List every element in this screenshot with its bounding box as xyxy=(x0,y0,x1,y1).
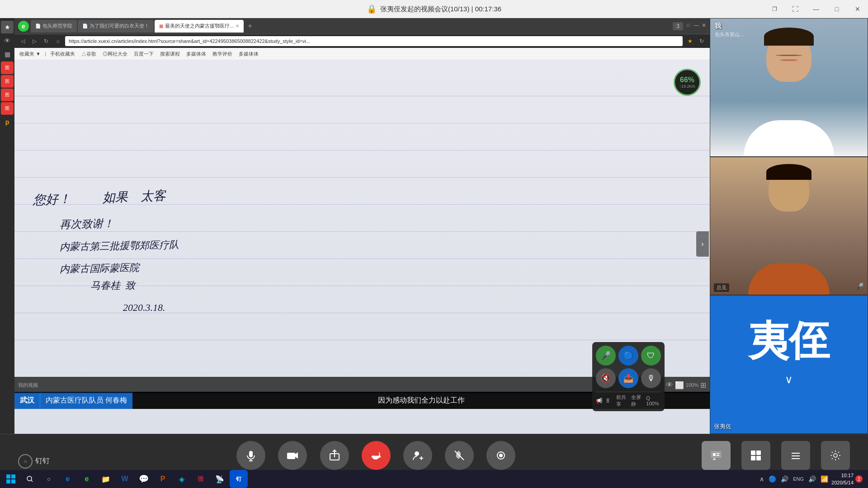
windows-logo-icon xyxy=(6,474,15,483)
left-tool-p[interactable]: p xyxy=(1,116,14,128)
tab-label-1: 包头师范学院 xyxy=(42,23,72,29)
browser-tab-1[interactable]: 📄 包头师范学院 xyxy=(31,20,77,33)
ft-share-icon[interactable]: 📤 xyxy=(618,368,638,388)
vt-icon-2[interactable]: 👁 xyxy=(666,381,673,389)
grid-icon xyxy=(741,441,770,470)
tab-close-icon[interactable]: ✕ xyxy=(236,23,239,28)
percentage-indicator: 66% ↑19.2K/s xyxy=(674,69,701,96)
ft-zoom-display: Q 100% xyxy=(646,395,661,406)
tray-network[interactable]: 📶 xyxy=(819,475,830,483)
bookmark-item-5[interactable]: 百度一下 xyxy=(132,50,156,58)
start-button[interactable] xyxy=(2,470,20,488)
news-person-name: 内蒙古医疗队队员 何春梅 xyxy=(40,392,132,409)
left-tool-img3[interactable]: 图 xyxy=(1,89,14,101)
tray-volume[interactable]: 🔊 xyxy=(807,475,817,483)
nav-home-btn[interactable]: ⌂ xyxy=(53,37,62,46)
address-input[interactable]: https://article.xuexi.cn/articles/index.… xyxy=(65,36,683,46)
browser-close-btn[interactable]: ✕ xyxy=(702,22,706,30)
tray-up-arrow[interactable]: ∧ xyxy=(758,475,765,483)
nav-star-btn[interactable]: ★ xyxy=(685,37,694,46)
browser-tab-2[interactable]: 📄 为了我们可爱的白衣天使！ xyxy=(78,20,154,33)
maximize-btn[interactable]: □ xyxy=(826,0,847,18)
left-tool-star[interactable]: ★ xyxy=(1,21,14,33)
window-controls: ❐ ⛶ — □ ✕ xyxy=(764,0,868,18)
tray-app1[interactable]: 🔵 xyxy=(767,475,778,483)
bookmark-item-8[interactable]: 教学评价 xyxy=(210,50,235,58)
taskbar-ppt-btn[interactable]: P xyxy=(154,470,172,488)
window-title: 张夷侄发起的视频会议(10/13) | 00:17:36 xyxy=(380,5,501,14)
browser-tab-3[interactable]: ▦ 最美的天使之内蒙古援鄂医疗... ✕ xyxy=(155,20,244,33)
ft-shield-icon[interactable]: 🛡 xyxy=(641,346,661,366)
left-tool-eye[interactable]: 👁 xyxy=(1,34,14,47)
vt-icon-3[interactable]: ⬜ xyxy=(675,381,684,389)
svg-rect-17 xyxy=(756,450,761,455)
dingtalk-circle-icon: ○ xyxy=(18,454,33,469)
ft-mic2-icon[interactable]: 🎙 xyxy=(641,368,661,388)
system-taskbar: ○ e e 📁 W 💬 P ◈ 微 📡 钉 ∧ 🔵 🔊 ENG 🔊 📶 10:1… xyxy=(0,470,868,488)
svg-rect-19 xyxy=(756,456,761,460)
bookmark-item-2[interactable]: 手机收藏夹 xyxy=(48,50,77,58)
svg-marker-4 xyxy=(295,452,298,459)
close-btn[interactable]: ✕ xyxy=(847,0,868,18)
vt-zoom-icon[interactable]: ⊞ xyxy=(700,381,706,389)
ft-share-screen-label: 前共享 xyxy=(616,394,628,408)
browser-bookmark-icon[interactable]: ☆ xyxy=(686,22,691,30)
participant-me-sublabel: 包头市若山... xyxy=(715,31,744,38)
nav-refresh-btn[interactable]: ↻ xyxy=(42,37,51,46)
bookmark-item-1[interactable]: 收藏夹 ▼ xyxy=(17,50,43,58)
ft-mic-icon[interactable]: 🎤 xyxy=(596,346,616,366)
taskbar-files-btn[interactable]: 📁 xyxy=(97,470,115,488)
browser-menu-btn[interactable]: — xyxy=(693,22,699,30)
record-icon xyxy=(486,441,515,470)
restore-btn[interactable]: ❐ xyxy=(764,0,785,18)
dingtalk-logo: ○ 钉钉 xyxy=(18,454,50,469)
floating-mini-toolbar: 🎤 🔵 🛡 🔇 📤 🎙 📢 🎚 前共享 全屏静 Q 100% xyxy=(592,342,665,411)
pct-value: 66% xyxy=(680,76,694,84)
participant-me-video: 我 包头市若山... xyxy=(710,18,868,157)
svg-line-25 xyxy=(31,480,33,482)
left-tool-img4[interactable]: 图 xyxy=(1,102,14,115)
left-tool-grid1[interactable]: ▦ xyxy=(1,48,14,61)
nav-forward-btn[interactable]: ▷ xyxy=(30,37,39,46)
bookmark-item-6[interactable]: 搜索课程 xyxy=(158,50,182,58)
nav-back-btn[interactable]: ◁ xyxy=(18,37,27,46)
panel-toggle-btn[interactable]: › xyxy=(696,231,709,257)
add-tab-btn[interactable]: ＋ xyxy=(245,21,255,32)
ft-bluetooth-icon[interactable]: 🔵 xyxy=(618,346,638,366)
taskbar-word-btn[interactable]: W xyxy=(116,470,134,488)
taskbar-dingtalk-btn[interactable]: 钉 xyxy=(230,470,248,488)
taskbar-task-view-btn[interactable]: ○ xyxy=(40,470,58,488)
share-icon xyxy=(320,441,349,470)
taskbar-edge-btn[interactable]: e xyxy=(59,470,77,488)
tray-app2[interactable]: 🔊 xyxy=(779,475,790,483)
fullscreen-btn[interactable]: ⛶ xyxy=(785,0,806,18)
mute-all-icon xyxy=(445,441,474,470)
present-icon xyxy=(702,441,731,470)
left-tool-img[interactable]: 图 xyxy=(1,61,14,74)
bookmark-item-4[interactable]: ◎网社大全 xyxy=(100,50,130,58)
dingtalk-name: 钉钉 xyxy=(35,456,50,466)
ft-speaker-label: 📢 xyxy=(596,398,603,404)
right-panel: 我 包头市若山... 总见 🎤 夷侄 xyxy=(710,18,868,434)
hangup-icon xyxy=(362,441,391,470)
browser-logo: e xyxy=(18,21,29,32)
taskbar-browser-btn[interactable]: e xyxy=(78,470,96,488)
minimize-btn[interactable]: — xyxy=(806,0,826,18)
ft-volume-icon[interactable]: 🎚 xyxy=(605,398,611,404)
bookmark-item-7[interactable]: 多媒体体 xyxy=(184,50,208,58)
bookmark-item-3[interactable]: △谷歌 xyxy=(79,50,99,58)
nav-refresh2-btn[interactable]: ↻ xyxy=(697,37,706,46)
taskbar-search-btn[interactable] xyxy=(21,470,39,488)
left-tool-img2[interactable]: 图 xyxy=(1,75,14,88)
svg-point-11 xyxy=(499,454,503,457)
taskbar-wechat-btn[interactable]: 💬 xyxy=(135,470,153,488)
taskbar-app1-btn[interactable]: ◈ xyxy=(173,470,191,488)
taskbar-weibo-btn[interactable]: 微 xyxy=(192,470,210,488)
ft-mute-icon[interactable]: 🔇 xyxy=(596,368,616,388)
taskbar-app2-btn[interactable]: 📡 xyxy=(211,470,229,488)
participant-3-video: 夷侄 ∨ 张夷佐 xyxy=(710,295,868,434)
notification-badge[interactable]: 2 xyxy=(855,475,863,483)
tray-lang[interactable]: ENG xyxy=(792,476,805,482)
svg-rect-3 xyxy=(287,453,295,459)
bookmark-item-9[interactable]: 多媒体体 xyxy=(236,50,261,58)
